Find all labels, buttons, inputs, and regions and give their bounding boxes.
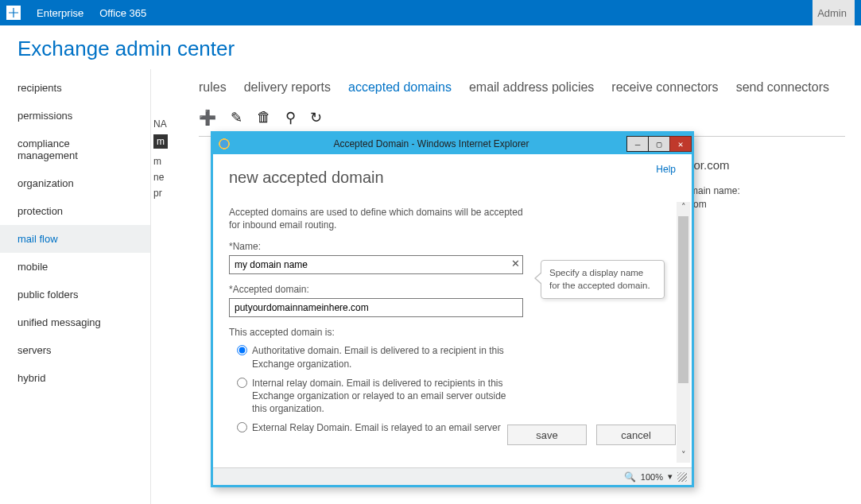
list-row[interactable]: m	[153, 153, 168, 169]
dialog-title: Accepted Domain - Windows Internet Explo…	[235, 138, 627, 149]
radio-authoritative-text: Authoritative domain. Email is delivered…	[252, 344, 515, 370]
leftnav-compliance[interactable]: compliance management	[0, 130, 150, 169]
plus-icon[interactable]: ➕	[199, 109, 216, 126]
toolbar: ➕ ✎ 🗑 ⚲ ↻	[199, 109, 861, 131]
leftnav-servers[interactable]: servers	[0, 336, 150, 364]
dialog-statusbar: 🔍 100% ▾	[213, 467, 692, 485]
scroll-up-icon[interactable]: ˄	[677, 202, 690, 215]
clear-input-icon[interactable]: ✕	[511, 258, 520, 269]
save-button[interactable]: save	[507, 425, 587, 445]
dialog-intro: Accepted domains are used to define whic…	[229, 206, 523, 231]
radio-authoritative[interactable]: Authoritative domain. Email is delivered…	[229, 344, 515, 370]
tab-delivery-reports[interactable]: delivery reports	[244, 80, 331, 95]
leftnav-unifiedmsg[interactable]: unified messaging	[0, 308, 150, 336]
domain-type-label: This accepted domain is:	[229, 327, 676, 338]
trash-icon[interactable]: 🗑	[257, 109, 271, 126]
tabs: rules delivery reports accepted domains …	[199, 69, 861, 109]
close-button[interactable]: ✕	[669, 136, 692, 152]
tab-accepted-domains[interactable]: accepted domains	[348, 80, 452, 95]
topbar: Enterprise Office 365 Admin	[0, 0, 861, 25]
refresh-icon[interactable]: ↻	[310, 109, 322, 126]
zoom-dropdown-icon[interactable]: ▾	[668, 471, 673, 482]
tab-receive-connectors[interactable]: receive connectors	[611, 80, 718, 95]
topbar-admin[interactable]: Admin	[813, 0, 855, 25]
radio-external-relay[interactable]: External Relay Domain. Email is relayed …	[229, 421, 515, 434]
topbar-office365[interactable]: Office 365	[99, 7, 146, 19]
list-row[interactable]: ne	[153, 169, 168, 185]
list-row-selected[interactable]: m	[153, 134, 168, 149]
list-header: NA	[153, 115, 168, 134]
office-logo-icon	[6, 6, 21, 20]
leftnav-hybrid[interactable]: hybrid	[0, 364, 150, 392]
list-row[interactable]: pr	[153, 185, 168, 201]
leftnav-recipients[interactable]: recipients	[0, 74, 150, 102]
tab-send-connectors[interactable]: send connectors	[736, 80, 829, 95]
name-label: *Name:	[229, 241, 676, 252]
page-title: Exchange admin center	[0, 25, 861, 69]
zoom-level[interactable]: 100%	[641, 472, 663, 482]
leftnav-mobile[interactable]: mobile	[0, 253, 150, 281]
dialog-heading: new accepted domain	[229, 169, 676, 187]
name-tooltip: Specify a display name for the accepted …	[541, 260, 665, 299]
left-nav: recipients permissions compliance manage…	[0, 69, 151, 504]
name-input[interactable]	[229, 255, 523, 274]
radio-external-relay-input[interactable]	[237, 422, 247, 432]
zoom-icon[interactable]: 🔍	[624, 471, 636, 483]
help-link[interactable]: Help	[656, 164, 676, 175]
leftnav-protection[interactable]: protection	[0, 197, 150, 225]
pencil-icon[interactable]: ✎	[231, 109, 242, 126]
domain-input[interactable]	[229, 298, 523, 317]
minimize-button[interactable]: —	[626, 136, 649, 152]
scroll-thumb[interactable]	[678, 216, 688, 383]
cancel-button[interactable]: cancel	[596, 425, 676, 445]
leftnav-publicfolders[interactable]: public folders	[0, 281, 150, 308]
radio-internal-relay[interactable]: Internal relay domain. Email is delivere…	[229, 377, 515, 416]
dialog-body: Help new accepted domain Accepted domain…	[213, 154, 692, 467]
list-partial: NA m m ne pr	[153, 115, 168, 201]
resize-grip-icon[interactable]	[677, 472, 687, 482]
maximize-button[interactable]: ▢	[648, 136, 670, 152]
search-icon[interactable]: ⚲	[285, 109, 296, 126]
leftnav-mailflow[interactable]: mail flow	[0, 225, 150, 253]
tab-email-address-policies[interactable]: email address policies	[469, 80, 594, 95]
radio-internal-relay-text: Internal relay domain. Email is delivere…	[252, 377, 515, 416]
leftnav-organization[interactable]: organization	[0, 169, 150, 197]
radio-internal-relay-input[interactable]	[237, 378, 247, 388]
topbar-enterprise[interactable]: Enterprise	[37, 7, 83, 19]
tab-rules[interactable]: rules	[199, 80, 227, 95]
radio-external-relay-text: External Relay Domain. Email is relayed …	[252, 421, 501, 434]
dialog-scrollbar[interactable]: ˄ ˅	[677, 202, 690, 463]
leftnav-permissions[interactable]: permissions	[0, 102, 150, 130]
ie-icon	[218, 138, 231, 150]
dialog-titlebar[interactable]: Accepted Domain - Windows Internet Explo…	[213, 134, 692, 154]
accepted-domain-dialog: Accepted Domain - Windows Internet Explo…	[211, 131, 694, 487]
scroll-down-icon[interactable]: ˅	[677, 450, 690, 463]
radio-authoritative-input[interactable]	[237, 345, 247, 355]
